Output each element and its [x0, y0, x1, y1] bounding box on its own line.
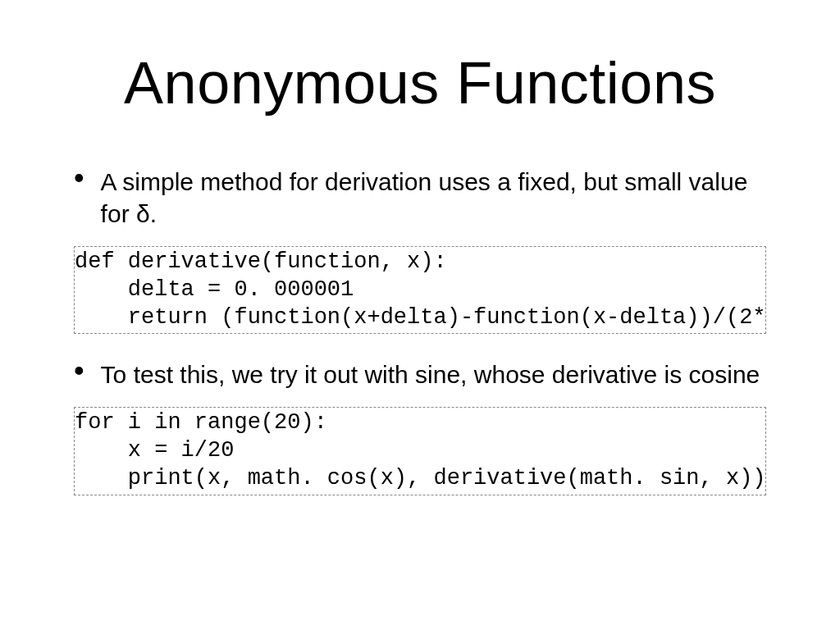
bullet-icon: •	[74, 363, 84, 378]
bullet-icon: •	[74, 171, 84, 185]
bullet-text: A simple method for derivation uses a fi…	[101, 166, 766, 230]
code-block: for i in range(20): x = i/20 print(x, ma…	[74, 407, 766, 495]
slide-title: Anonymous Functions	[49, 49, 791, 116]
slide: Anonymous Functions • A simple method fo…	[0, 0, 840, 630]
code-block: def derivative(function, x): delta = 0. …	[74, 246, 766, 334]
bullet-item: • A simple method for derivation uses a …	[74, 166, 766, 230]
bullet-item: • To test this, we try it out with sine,…	[74, 358, 766, 390]
bullet-text: To test this, we try it out with sine, w…	[101, 358, 760, 390]
